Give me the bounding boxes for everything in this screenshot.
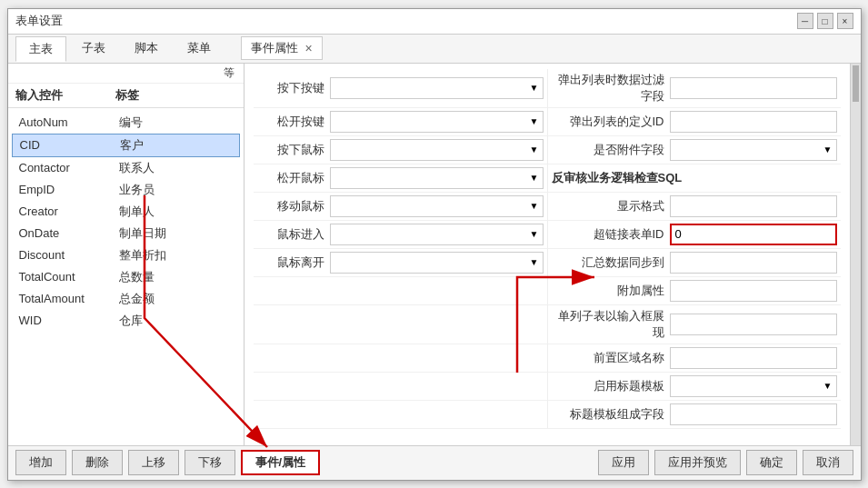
right-input[interactable] <box>670 347 837 369</box>
table-row[interactable]: Discount 整单折扣 <box>12 244 240 266</box>
tab-subtable[interactable]: 子表 <box>68 35 119 61</box>
right-dropdown[interactable]: ▼ <box>670 139 837 161</box>
dropdown-arrow-icon: ▼ <box>530 144 539 154</box>
right-with-scroll: 按下按键 ▼ 弹出列表时数据过滤字段 松开按键 ▼ 弹出列表的定义ID 按下鼠标… <box>244 64 861 445</box>
left-scroll-area[interactable]: AutoNum 编号 CID 客户 Contactor 联系人 EmpID 业务… <box>8 108 244 445</box>
table-row[interactable]: WID 仓库 <box>12 310 240 332</box>
left-form-label: 松开按键 <box>257 114 330 130</box>
maximize-button[interactable]: □ <box>817 13 833 29</box>
section-header: 反审核业务逻辑检查SQL <box>552 170 683 186</box>
row-label: 总数量 <box>119 269 233 285</box>
right-input[interactable] <box>670 111 837 133</box>
right-panel: 按下按键 ▼ 弹出列表时数据过滤字段 松开按键 ▼ 弹出列表的定义ID 按下鼠标… <box>244 64 850 445</box>
left-form-label: 移动鼠标 <box>257 198 330 214</box>
left-dropdown[interactable]: ▼ <box>330 111 544 133</box>
bottom-btn-确定[interactable]: 确定 <box>746 450 797 475</box>
top-note: 等 <box>8 64 244 84</box>
row-label: 总金额 <box>119 291 233 307</box>
table-row[interactable]: TotalCount 总数量 <box>12 266 240 288</box>
row-input: EmpID <box>19 183 119 196</box>
dropdown-arrow-icon: ▼ <box>823 381 833 391</box>
row-input: WID <box>19 314 119 327</box>
row-label: 制单日期 <box>119 225 233 242</box>
bottom-btn-增加[interactable]: 增加 <box>15 450 66 475</box>
left-dropdown[interactable]: ▼ <box>330 139 544 161</box>
left-form-label: 按下鼠标 <box>257 142 330 158</box>
right-form-label: 超链接表单ID <box>552 226 670 243</box>
bottom-btn-下移[interactable]: 下移 <box>185 450 235 475</box>
scrollbar[interactable] <box>850 64 861 445</box>
scroll-thumb[interactable] <box>853 65 859 102</box>
bottom-btn-事件/属性[interactable]: 事件/属性 <box>241 450 321 475</box>
row-label: 仓库 <box>119 313 233 329</box>
row-input: TotalAmount <box>19 292 119 305</box>
right-input[interactable] <box>670 77 837 99</box>
right-dropdown[interactable]: ▼ <box>670 375 837 397</box>
row-label: 业务员 <box>119 182 233 198</box>
left-dropdown[interactable]: ▼ <box>330 224 544 245</box>
left-dropdown[interactable]: ▼ <box>330 77 544 99</box>
row-input: Discount <box>19 248 119 262</box>
row-label: 客户 <box>120 137 232 154</box>
dropdown-arrow-icon: ▼ <box>530 229 539 239</box>
table-row[interactable]: Contactor 联系人 <box>12 157 240 179</box>
row-input: CID <box>20 138 120 152</box>
event-panel-close[interactable]: × <box>305 41 313 55</box>
left-dropdown[interactable]: ▼ <box>330 195 544 217</box>
close-button[interactable]: × <box>837 13 853 29</box>
col-header-label: 标签 <box>115 87 236 104</box>
right-form-label: 附加属性 <box>552 283 670 299</box>
title-bar: 表单设置 ─ □ × <box>8 9 861 35</box>
row-label: 联系人 <box>119 160 233 176</box>
right-form-label: 启用标题模板 <box>552 378 670 394</box>
table-header: 输入控件 标签 <box>8 84 244 108</box>
bottom-bar: 增加删除上移下移事件/属性 应用应用并预览确定取消 <box>8 445 861 480</box>
right-form-label: 汇总数据同步到 <box>552 254 670 271</box>
right-form-label: 弹出列表的定义ID <box>552 114 670 130</box>
left-form-label: 鼠标进入 <box>257 226 330 243</box>
table-row[interactable]: CID 客户 <box>12 134 240 157</box>
left-form-label: 松开鼠标 <box>257 170 330 186</box>
bottom-btn-上移[interactable]: 上移 <box>128 450 179 475</box>
tab-main[interactable]: 主表 <box>15 36 66 62</box>
table-row[interactable]: TotalAmount 总金额 <box>12 288 240 310</box>
right-input[interactable] <box>670 314 837 335</box>
right-form-label: 显示格式 <box>552 198 670 214</box>
col-header-input: 输入控件 <box>15 87 115 104</box>
bottom-btn-删除[interactable]: 删除 <box>72 450 123 475</box>
tab-script[interactable]: 脚本 <box>121 35 172 61</box>
row-label: 编号 <box>119 115 233 131</box>
table-row[interactable]: Creator 制单人 <box>12 201 240 223</box>
row-input: AutoNum <box>19 115 119 129</box>
tabs-row: 主表 子表 脚本 菜单 事件属性 × <box>8 35 861 64</box>
right-input[interactable] <box>670 280 837 302</box>
right-input[interactable] <box>670 252 837 274</box>
dropdown-arrow-icon: ▼ <box>530 201 539 211</box>
left-form-label: 鼠标离开 <box>257 254 330 271</box>
right-input[interactable] <box>670 403 837 425</box>
table-row[interactable]: OnDate 制单日期 <box>12 223 240 244</box>
right-input[interactable] <box>670 195 837 217</box>
tab-menu[interactable]: 菜单 <box>174 35 224 61</box>
right-form-label: 标题模板组成字段 <box>552 406 670 423</box>
window-title: 表单设置 <box>15 13 63 29</box>
left-panel: 等 输入控件 标签 AutoNum 编号 CID 客户 Contactor 联系… <box>8 64 244 445</box>
bottom-btn-应用[interactable]: 应用 <box>598 450 649 475</box>
row-input: OnDate <box>19 226 119 240</box>
right-form-label: 前置区域名称 <box>552 350 670 366</box>
bottom-btn-应用并预览[interactable]: 应用并预览 <box>654 450 741 475</box>
bottom-btn-取消[interactable]: 取消 <box>803 450 853 475</box>
left-dropdown[interactable]: ▼ <box>330 252 544 274</box>
dropdown-arrow-icon: ▼ <box>823 144 833 154</box>
table-row[interactable]: EmpID 业务员 <box>12 179 240 201</box>
left-form-label: 按下按键 <box>257 80 330 96</box>
dropdown-arrow-icon: ▼ <box>530 257 539 267</box>
table-row[interactable]: AutoNum 编号 <box>12 112 240 134</box>
row-label: 整单折扣 <box>119 247 233 264</box>
left-dropdown[interactable]: ▼ <box>330 167 544 189</box>
dropdown-arrow-icon: ▼ <box>530 83 539 93</box>
event-panel-label: 事件属性 <box>251 40 298 56</box>
minimize-button[interactable]: ─ <box>797 13 813 29</box>
right-input[interactable] <box>670 224 837 245</box>
window-controls: ─ □ × <box>797 13 853 29</box>
